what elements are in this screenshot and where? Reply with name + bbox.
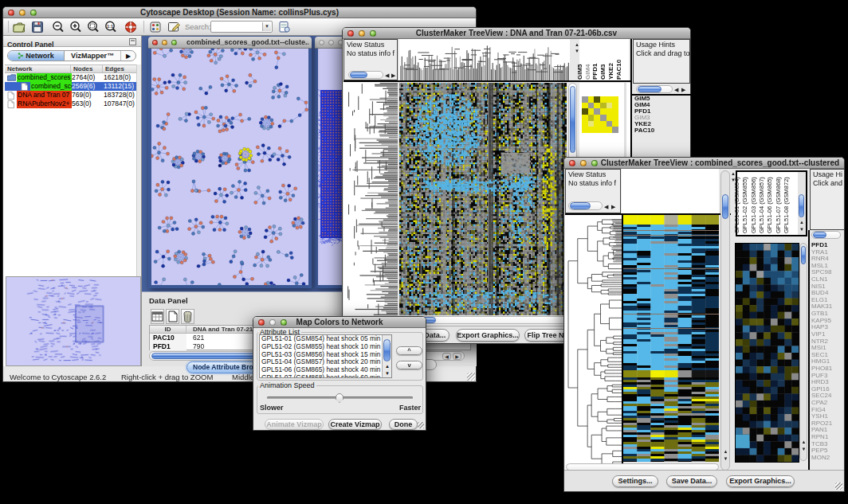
tv2-hints-scrollbar[interactable] xyxy=(811,231,841,239)
zoom-button[interactable] xyxy=(281,319,287,326)
attribute-list-item[interactable]: GPL51-04 (GSM857) heat shock 20 min xyxy=(260,358,391,366)
network-frame-1-titlebar[interactable]: combined_scores_good.txt--cluste... xyxy=(148,37,312,49)
close-button[interactable] xyxy=(8,10,14,16)
scroll-left-arrow[interactable]: ◀ xyxy=(604,204,608,209)
attribute-list-item[interactable]: GPL51-06 (GSM865) heat shock 40 min xyxy=(260,366,391,374)
move-up-button[interactable]: ^ xyxy=(396,346,422,355)
tv2-hints-scrollbar-thumb[interactable] xyxy=(813,232,826,238)
minimize-button[interactable] xyxy=(19,10,26,16)
tv1-status-scrollbar-thumb[interactable] xyxy=(350,72,367,78)
main-window-titlebar[interactable]: Cytoscape Desktop (Session Name: collins… xyxy=(3,7,476,18)
scroll-left-arrow[interactable]: ◀ xyxy=(442,353,451,360)
network-overview-panel[interactable] xyxy=(6,276,141,366)
tv2-status-scrollbar-thumb[interactable] xyxy=(570,202,591,209)
tv2-labels-scrollbar-thumb[interactable] xyxy=(799,194,804,217)
create-vizmap-button[interactable]: Create Vizmap xyxy=(328,419,382,430)
float-panel-icon[interactable] xyxy=(129,38,136,45)
tab-vizmapper[interactable]: VizMapper™ xyxy=(65,51,121,61)
zoom-button[interactable] xyxy=(370,30,376,37)
minimize-button[interactable] xyxy=(162,40,167,45)
scroll-down-arrow[interactable]: ▼ xyxy=(802,447,807,452)
attribute-list-item[interactable]: GPL51-01 (GSM854) heat shock 05 min xyxy=(260,335,391,343)
attribute-list-item[interactable]: GPL51-07 (GSM868) heat shock 60 min xyxy=(260,374,391,378)
zoom-button[interactable] xyxy=(591,160,598,166)
network-list-row[interactable]: combined_sco2569(6)13112(15) xyxy=(5,82,137,91)
close-button[interactable] xyxy=(152,40,158,45)
settings-button[interactable]: Settings... xyxy=(612,475,658,487)
animate-vizmap-button[interactable]: Animate Vizmap xyxy=(265,419,324,430)
tv1-row-dendrogram[interactable] xyxy=(344,82,398,315)
scroll-up-arrow[interactable]: ▲ xyxy=(724,449,728,455)
scroll-right-arrow[interactable]: ▶ xyxy=(391,72,395,78)
attribute-browser-icon[interactable] xyxy=(277,20,292,34)
tv1-similarity-matrix[interactable] xyxy=(582,96,618,133)
close-button[interactable] xyxy=(347,30,354,37)
tv1-heatmap-vscrollbar-thumb[interactable] xyxy=(570,86,575,153)
save-data-button[interactable]: Save Data... xyxy=(666,475,717,487)
tab-overflow-arrow[interactable]: ▶ xyxy=(121,51,135,61)
dialog-titlebar[interactable]: Map Colors to Network xyxy=(253,317,426,328)
tv2-zoom-heatmap[interactable] xyxy=(735,243,799,463)
network-list-row[interactable]: DNA and Tran 07769(0)183728(0) xyxy=(5,91,137,100)
network-list-row[interactable]: RNAPuberNov2+563(0)107847(0) xyxy=(5,100,137,108)
scroll-up-arrow[interactable]: ▲ xyxy=(802,440,807,445)
annotation-icon[interactable] xyxy=(167,20,181,34)
scroll-down-arrow[interactable]: ▼ xyxy=(799,227,804,232)
zoom-fit-icon[interactable]: 1:1 xyxy=(104,20,118,34)
tv1-heatmap[interactable] xyxy=(399,83,567,315)
treeview2-titlebar[interactable]: ClusterMaker TreeView : combined_scores_… xyxy=(564,158,844,169)
scroll-down-arrow[interactable]: ▼ xyxy=(724,456,728,462)
network-table-scrollbar[interactable] xyxy=(136,64,141,278)
tab-network[interactable]: Network xyxy=(8,51,65,61)
window-resize-grip[interactable] xyxy=(835,483,842,490)
network-graph-canvas[interactable] xyxy=(151,49,308,285)
tv1-hints-scrollbar[interactable] xyxy=(636,85,673,93)
minimize-button[interactable] xyxy=(359,30,365,37)
dialog-resize-grip[interactable] xyxy=(418,422,424,428)
table-icon[interactable] xyxy=(151,309,164,324)
network-list-row[interactable]: combined_scores_2764(0)16218(0) xyxy=(5,73,137,82)
done-button[interactable]: Done xyxy=(389,419,418,430)
search-input[interactable]: ▼ xyxy=(210,21,273,33)
minimize-button[interactable] xyxy=(328,40,334,45)
zoom-button[interactable] xyxy=(30,10,37,16)
save-icon[interactable] xyxy=(30,20,45,34)
tv2-heatmap-vscrollbar-thumb[interactable] xyxy=(722,194,728,219)
tv2-heatmap-vscrollbar[interactable]: ▲ ▼ xyxy=(720,170,730,471)
attribute-list-item[interactable]: GPL51-02 (GSM855) heat shock 10 min xyxy=(260,343,391,351)
search-dropdown-arrow[interactable]: ▼ xyxy=(262,22,271,31)
tv1-status-scrollbar[interactable] xyxy=(348,71,383,79)
scroll-left-arrow[interactable]: ◀ xyxy=(674,87,678,92)
tv2-zoom-vscrollbar[interactable]: ▲ ▼ xyxy=(799,243,807,461)
treeview1-titlebar[interactable]: ClusterMaker TreeView : DNA and Tran 07-… xyxy=(343,28,690,39)
attribute-list[interactable]: GPL51-01 (GSM854) heat shock 05 minGPL51… xyxy=(259,334,392,378)
minimize-button[interactable] xyxy=(269,319,276,326)
attribute-list-scrollbar-thumb[interactable] xyxy=(383,339,391,361)
scroll-up-arrow[interactable]: ▲ xyxy=(799,220,804,225)
tv1-hints-scrollbar-thumb[interactable] xyxy=(638,86,662,92)
scroll-down-arrow[interactable]: ▼ xyxy=(385,371,390,377)
zoom-button[interactable] xyxy=(171,40,177,45)
open-folder-icon[interactable] xyxy=(12,20,26,34)
zoom-in-icon[interactable] xyxy=(69,20,83,34)
trash-icon[interactable] xyxy=(181,309,194,324)
vizmapper-palette-icon[interactable] xyxy=(148,20,163,34)
window-resize-grip[interactable] xyxy=(467,373,475,381)
move-down-button[interactable]: v xyxy=(396,361,422,369)
help-lifering-icon[interactable] xyxy=(124,20,138,34)
tv2-status-scrollbar[interactable] xyxy=(568,201,603,210)
tv1-column-dendrogram[interactable] xyxy=(399,39,570,80)
scroll-up-arrow[interactable]: ▲ xyxy=(385,364,390,369)
close-button[interactable] xyxy=(258,319,265,326)
tv2-heatmap[interactable] xyxy=(623,215,719,462)
tv2-zoom-vscrollbar-thumb[interactable] xyxy=(801,246,806,264)
tv2-row-dendrogram[interactable] xyxy=(565,215,622,471)
minimize-button[interactable] xyxy=(580,160,587,166)
scroll-left-arrow[interactable]: ◀ xyxy=(385,72,389,78)
scroll-right-arrow[interactable]: ▶ xyxy=(453,353,461,360)
new-document-icon[interactable] xyxy=(166,309,179,324)
attribute-list-item[interactable]: GPL51-03 (GSM856) heat shock 15 min xyxy=(260,351,391,359)
network-frame-1[interactable]: combined_scores_good.txt--cluste... xyxy=(148,37,312,288)
scroll-right-arrow[interactable]: ▶ xyxy=(611,204,615,209)
close-button[interactable] xyxy=(569,160,575,166)
